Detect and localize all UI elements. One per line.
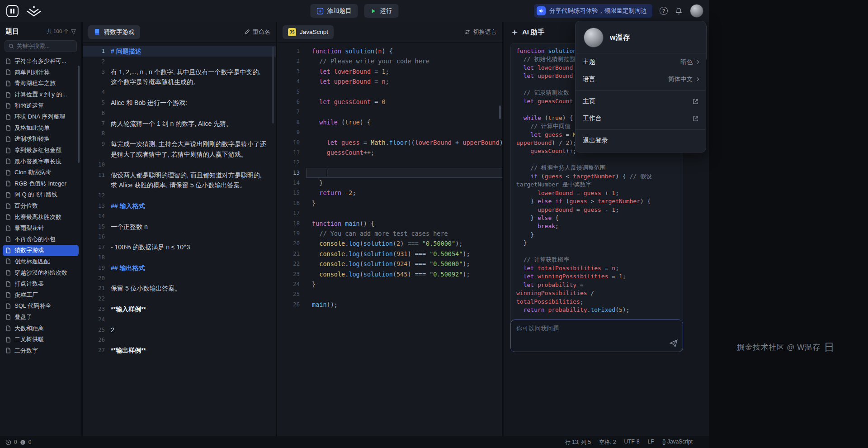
markdown-line[interactable]: 2 bbox=[83, 57, 276, 67]
filter-icon[interactable] bbox=[71, 29, 76, 34]
status-item[interactable]: 空格: 2 bbox=[599, 438, 616, 446]
sidebar-item[interactable]: 阿 Q 的飞行路线 bbox=[0, 189, 81, 200]
sidebar-item[interactable]: RGB 色值转 Integer bbox=[0, 178, 81, 190]
sidebar-item[interactable]: 二分数字 bbox=[0, 345, 81, 356]
markdown-line[interactable]: 24 bbox=[83, 315, 276, 325]
markdown-line[interactable]: 9 每完成一次猜测, 主持会大声说出刚刚的数字是猜小了还是猜大了或者猜中了, 若… bbox=[83, 139, 276, 160]
code-line[interactable]: 4 let upperBound = n; bbox=[277, 76, 502, 86]
send-icon[interactable] bbox=[670, 339, 678, 348]
status-item[interactable]: {} JavaScript bbox=[662, 438, 693, 446]
markdown-line[interactable]: 15 一个正整数 n bbox=[83, 222, 276, 232]
sidebar-item[interactable]: 环状 DNA 序列整理 bbox=[0, 111, 81, 123]
code-line[interactable]: 2 // Please write your code here bbox=[277, 56, 502, 66]
rename-button[interactable]: 重命名 bbox=[244, 28, 270, 36]
menu-item-link[interactable]: 主页 bbox=[576, 93, 706, 110]
sidebar-item[interactable]: 百分位数 bbox=[0, 200, 81, 212]
code-line[interactable]: 19 // You can add more test cases here bbox=[277, 229, 502, 238]
sidebar-item[interactable]: 不再贪心的小包 bbox=[0, 234, 81, 245]
markdown-line[interactable]: 10 bbox=[83, 160, 276, 170]
code-line[interactable]: 23 console.log(solution(545) === "0.5009… bbox=[277, 269, 502, 279]
problem-scrollbar[interactable] bbox=[272, 47, 274, 124]
markdown-line[interactable]: 23 **输入样例** bbox=[83, 304, 276, 315]
sidebar-item[interactable]: 二叉树供暖 bbox=[0, 334, 81, 345]
code-line[interactable]: 17 bbox=[277, 208, 502, 218]
markdown-line[interactable]: 21 保留 5 位小数输出答案。 bbox=[83, 283, 276, 294]
sidebar-item[interactable]: 大数和距离 bbox=[0, 323, 81, 334]
markdown-line[interactable]: 27 **输出样例** bbox=[83, 345, 276, 356]
markdown-line[interactable]: 17 - 100% 的数据满足 n ≤ 10^3 bbox=[83, 242, 276, 253]
notifications-bell-icon[interactable] bbox=[675, 7, 683, 15]
menu-item-link[interactable]: 工作台 bbox=[576, 110, 706, 127]
code-line[interactable]: 25 bbox=[277, 289, 502, 299]
sidebar-item[interactable]: Cion 勒索病毒 bbox=[0, 167, 81, 178]
code-line[interactable]: 14 } bbox=[277, 178, 502, 188]
code-line[interactable]: 6 let guessCount = 0 bbox=[277, 97, 502, 107]
menu-item-select[interactable]: 主题 暗色 bbox=[576, 53, 706, 71]
markdown-line[interactable]: 8 bbox=[83, 129, 276, 139]
code-line[interactable]: 11 guessCount++; bbox=[277, 148, 502, 157]
markdown-line[interactable]: 3 有 1, 2,..., n , n 个数字, 其中且仅有一个数字是中奖的, … bbox=[83, 67, 276, 88]
add-problem-button[interactable]: 添加题目 bbox=[311, 4, 358, 18]
switch-language-button[interactable]: 切换语言 bbox=[464, 28, 497, 36]
code-line[interactable]: 18 function main() { bbox=[277, 219, 502, 229]
code-line[interactable]: 24 } bbox=[277, 279, 502, 289]
code-line[interactable]: 5 bbox=[277, 87, 502, 97]
promo-banner[interactable]: 分享代码练习体验，领限量定制周边 bbox=[534, 4, 652, 18]
markdown-line[interactable]: 25 2 bbox=[83, 325, 276, 335]
sidebar-item[interactable]: 最小替换字串长度 bbox=[0, 156, 81, 167]
markdown-line[interactable]: 6 bbox=[83, 108, 276, 119]
markdown-line[interactable]: 12 bbox=[83, 191, 276, 201]
markdown-line[interactable]: 7 两人轮流猜一个 1 到 n 的数字, Alice 先猜。 bbox=[83, 119, 276, 129]
sidebar-item[interactable]: 比赛最高获胜次数 bbox=[0, 211, 81, 223]
sidebar-item[interactable]: 叠盘子 bbox=[0, 312, 81, 323]
user-avatar[interactable] bbox=[690, 4, 703, 18]
code-line[interactable]: 16 } bbox=[277, 198, 502, 208]
code-line[interactable]: 21 console.log(solution(931) === "0.5005… bbox=[277, 249, 502, 259]
language-tab[interactable]: JS JavaScript bbox=[283, 25, 334, 39]
sidebar-item[interactable]: 穿越沙漠的补给次数 bbox=[0, 267, 81, 278]
code-line[interactable]: 1 function solution(n) { bbox=[277, 46, 502, 56]
sidebar-item[interactable]: 暴雨梨花针 bbox=[0, 223, 81, 234]
status-item[interactable]: LF bbox=[648, 438, 654, 446]
markdown-line[interactable]: 18 bbox=[83, 253, 276, 263]
sidebar-item[interactable]: SQL 代码补全 bbox=[0, 300, 81, 312]
code-line[interactable]: 10 let guess = Math.floor((lowerBound + … bbox=[277, 138, 502, 148]
markdown-line[interactable]: 22 bbox=[83, 294, 276, 304]
markdown-line[interactable]: 1 # 问题描述 bbox=[83, 46, 276, 57]
run-button[interactable]: 运行 bbox=[364, 4, 399, 18]
sidebar-item[interactable]: 打点计数器 bbox=[0, 278, 81, 290]
markdown-line[interactable]: 13 ## 输入格式 bbox=[83, 201, 276, 211]
markdown-line[interactable]: 11 假设两人都是聪明的理智的, 而且都知道对方是聪明的, 求 Alice 获胜… bbox=[83, 170, 276, 191]
status-item[interactable]: 行 13, 列 5 bbox=[565, 438, 591, 446]
markdown-line[interactable]: 19 ## 输出格式 bbox=[83, 263, 276, 273]
search-input[interactable] bbox=[17, 43, 73, 49]
sidebar-item[interactable]: 字符串有多少种可... bbox=[0, 56, 81, 67]
code-line[interactable]: 26 main(); bbox=[277, 300, 502, 310]
sidebar-item[interactable]: 计算位置 x 到 y 的... bbox=[0, 89, 81, 100]
code-line[interactable]: 8 while (true) { bbox=[277, 117, 502, 127]
editor-scrollbar[interactable] bbox=[499, 105, 501, 119]
code-line[interactable]: 20 console.log(solution(2) === "0.50000"… bbox=[277, 238, 502, 248]
ai-question-input[interactable] bbox=[511, 320, 665, 352]
markdown-line[interactable]: 5 Alice 和 Bob 进行一个游戏: bbox=[83, 98, 276, 108]
editor-content[interactable]: 1 function solution(n) { 2 // Please wri… bbox=[277, 43, 502, 310]
sidebar-item[interactable]: 创意标题匹配 bbox=[0, 256, 81, 267]
sidebar-item[interactable]: 猜数字游戏 bbox=[3, 245, 79, 256]
sidebar-item[interactable]: 拿到最多红包金额 bbox=[0, 145, 81, 156]
problem-tab[interactable]: 猜数字游戏 bbox=[88, 25, 140, 39]
status-item[interactable]: UTF-8 bbox=[624, 438, 640, 446]
markdown-line[interactable]: 16 bbox=[83, 232, 276, 242]
juejin-logo-icon[interactable] bbox=[26, 5, 42, 17]
statusbar-problems[interactable]: 0 0 bbox=[5, 439, 31, 445]
help-button[interactable]: ? bbox=[660, 7, 668, 15]
app-logo-icon[interactable] bbox=[6, 5, 19, 17]
sidebar-item[interactable]: 和的逆运算 bbox=[0, 100, 81, 111]
sidebar-item[interactable]: 蛋糕工厂 bbox=[0, 289, 81, 300]
sidebar-scrollbar[interactable] bbox=[78, 66, 80, 163]
sidebar-item[interactable]: 进制求和转换 bbox=[0, 133, 81, 145]
code-line[interactable]: 22 console.log(solution(924) === "0.5000… bbox=[277, 259, 502, 269]
markdown-line[interactable]: 14 bbox=[83, 211, 276, 222]
code-line[interactable]: 3 let lowerBound = 1; bbox=[277, 67, 502, 76]
search-box[interactable] bbox=[5, 40, 77, 52]
code-line[interactable]: 9 bbox=[277, 127, 502, 137]
